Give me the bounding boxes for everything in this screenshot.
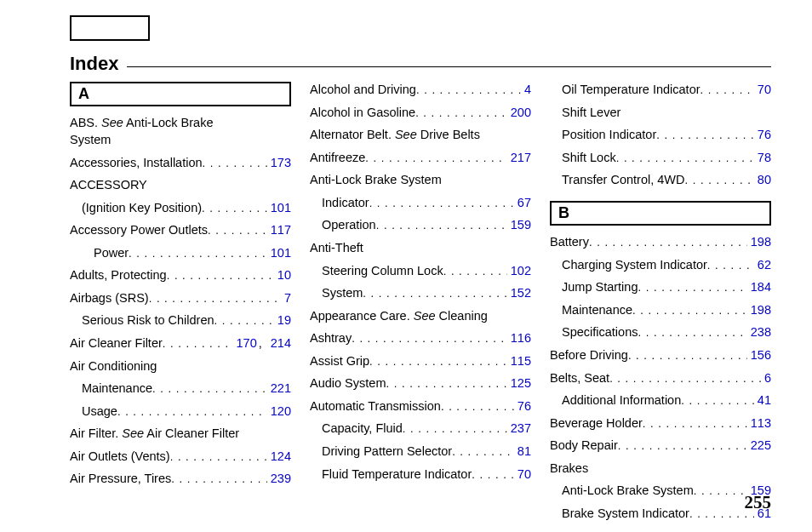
page-reference[interactable]: 62 bbox=[754, 258, 771, 272]
page-ref-group: 101 bbox=[267, 200, 291, 217]
page-reference[interactable]: 6 bbox=[761, 371, 771, 385]
page-reference[interactable]: 239 bbox=[267, 472, 291, 485]
page-reference[interactable]: 237 bbox=[507, 421, 531, 435]
page-reference[interactable]: 76 bbox=[754, 128, 771, 141]
page-reference[interactable]: 125 bbox=[507, 376, 531, 390]
index-entry: Specifications238 bbox=[550, 324, 771, 341]
page-reference[interactable]: 184 bbox=[747, 280, 771, 294]
leader-dots bbox=[472, 466, 514, 483]
page-ref-group: 200 bbox=[507, 105, 531, 122]
page-reference[interactable]: 159 bbox=[507, 218, 531, 232]
index-note: Air Filter. See Air Cleaner Filter bbox=[70, 426, 291, 443]
page-reference[interactable]: 221 bbox=[267, 381, 291, 395]
page-reference[interactable]: 101 bbox=[267, 246, 291, 260]
page-ref-group: 19 bbox=[274, 312, 291, 329]
page-reference[interactable]: 19 bbox=[274, 313, 291, 327]
index-entry: Alcohol in Gasoline200 bbox=[310, 105, 531, 122]
page-ref-group: 184 bbox=[747, 279, 771, 296]
column-3: Oil Temperature Indicator70Shift Lever P… bbox=[550, 82, 771, 529]
page-ref-group: 78 bbox=[754, 150, 771, 167]
page-ref-group: 76 bbox=[514, 398, 531, 415]
leader-dots bbox=[171, 471, 267, 488]
leader-dots bbox=[214, 312, 274, 329]
page-ref-group: 173 bbox=[267, 155, 291, 172]
index-entry-label: Accessories, Installation bbox=[70, 155, 203, 172]
leader-dots bbox=[163, 335, 233, 352]
page-reference[interactable]: 41 bbox=[754, 393, 771, 407]
page-reference[interactable]: 70 bbox=[514, 467, 531, 481]
index-entry: Steering Column Lock102 bbox=[310, 263, 531, 280]
page-ref-group: 238 bbox=[747, 324, 771, 341]
leader-dots bbox=[707, 257, 754, 274]
index-entry-label: Indicator bbox=[322, 195, 369, 212]
page-reference[interactable]: 102 bbox=[507, 264, 531, 277]
index-entry: Assist Grip115 bbox=[310, 353, 531, 370]
index-entry-label: Alcohol and Driving bbox=[310, 82, 416, 99]
leader-dots bbox=[685, 172, 754, 189]
index-entry: Indicator67 bbox=[310, 195, 531, 212]
page-reference[interactable]: 124 bbox=[267, 449, 291, 463]
page-ref-group: 70 bbox=[514, 466, 531, 483]
index-entry-label: Assist Grip bbox=[310, 353, 369, 370]
page-reference[interactable]: 198 bbox=[747, 303, 771, 317]
leader-dots bbox=[616, 150, 754, 167]
page-reference[interactable]: 10 bbox=[274, 268, 291, 282]
page-reference[interactable]: 217 bbox=[507, 151, 531, 164]
index-entry-label: Airbags (SRS) bbox=[70, 290, 149, 307]
page-reference[interactable]: 198 bbox=[747, 235, 771, 249]
index-entry: Maintenance221 bbox=[70, 380, 291, 398]
page-reference[interactable]: 200 bbox=[507, 106, 531, 119]
page-reference[interactable]: 7 bbox=[281, 291, 291, 305]
leader-dots bbox=[369, 195, 514, 212]
index-entry: Serious Risk to Children19 bbox=[70, 312, 291, 329]
page-reference[interactable]: 214 bbox=[267, 336, 291, 350]
page-ref-group: 225 bbox=[747, 438, 771, 455]
leader-dots bbox=[700, 82, 754, 99]
page-reference[interactable]: 4 bbox=[521, 83, 531, 96]
page-reference[interactable]: 67 bbox=[514, 196, 531, 209]
page-ref-group: 117 bbox=[267, 222, 291, 239]
index-heading: Shift Lever bbox=[550, 105, 771, 122]
page-reference[interactable]: 80 bbox=[754, 173, 771, 186]
leader-dots bbox=[589, 234, 747, 251]
index-note: Alternator Belt. See Drive Belts bbox=[310, 127, 531, 144]
page-reference[interactable]: 81 bbox=[514, 444, 531, 458]
page-reference[interactable]: 78 bbox=[754, 151, 771, 164]
page-ref-group: 198 bbox=[747, 302, 771, 319]
leader-dots bbox=[152, 380, 267, 398]
index-entry-label: Serious Risk to Children bbox=[82, 312, 214, 329]
leader-dots bbox=[628, 347, 747, 364]
page-reference[interactable]: 238 bbox=[747, 325, 771, 339]
index-entry-label: Anti-Lock Brake System bbox=[562, 483, 694, 500]
index-entry: Air Pressure, Tires239 bbox=[70, 471, 291, 488]
page-reference[interactable]: 120 bbox=[267, 404, 291, 418]
page-reference[interactable]: 156 bbox=[747, 348, 771, 362]
page-reference[interactable]: 116 bbox=[507, 331, 531, 345]
page-reference[interactable]: 113 bbox=[747, 416, 771, 430]
index-entry-label: Adults, Protecting bbox=[70, 267, 167, 284]
leader-dots bbox=[694, 483, 747, 500]
page-reference[interactable]: 225 bbox=[747, 438, 771, 452]
page-reference[interactable]: 117 bbox=[267, 223, 291, 237]
page-ref-group: 102 bbox=[507, 263, 531, 280]
leader-dots bbox=[167, 267, 274, 284]
index-entry-label: Transfer Control, 4WD bbox=[562, 172, 685, 189]
page-reference[interactable]: 70 bbox=[754, 83, 771, 96]
index-entry-label: Oil Temperature Indicator bbox=[562, 82, 700, 99]
index-entry: Alcohol and Driving4 bbox=[310, 82, 531, 99]
leader-dots bbox=[416, 82, 521, 99]
index-entry-label: (Ignition Key Position) bbox=[82, 200, 202, 217]
page-ref-group: 124 bbox=[267, 449, 291, 466]
index-entry: Shift Lock78 bbox=[550, 150, 771, 167]
page-reference[interactable]: 101 bbox=[267, 201, 291, 215]
index-entry-label: Beverage Holder bbox=[550, 415, 643, 432]
page-reference[interactable]: 76 bbox=[514, 399, 531, 413]
index-heading: Air Conditioning bbox=[70, 358, 291, 375]
page-reference[interactable]: 152 bbox=[507, 286, 531, 300]
index-entry-label: Charging System Indicator bbox=[562, 257, 707, 274]
page-number: 255 bbox=[745, 492, 772, 513]
page-reference[interactable]: 170 bbox=[233, 336, 257, 350]
page-reference[interactable]: 115 bbox=[507, 354, 531, 368]
index-entry: Antifreeze217 bbox=[310, 150, 531, 167]
page-reference[interactable]: 173 bbox=[267, 156, 291, 169]
